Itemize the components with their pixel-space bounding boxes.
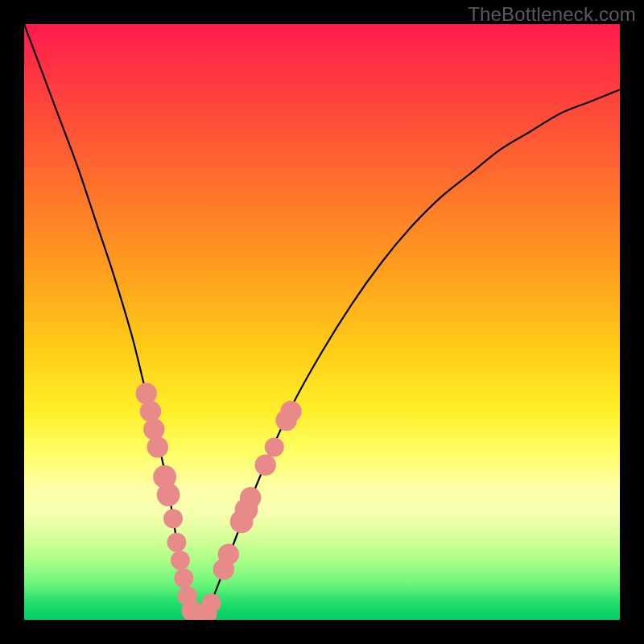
marker-point xyxy=(255,454,276,475)
marker-point xyxy=(167,533,186,552)
marker-point xyxy=(163,509,183,528)
marker-point xyxy=(280,401,301,422)
marker-point xyxy=(171,551,190,570)
marker-point xyxy=(140,401,161,422)
marker-point xyxy=(201,593,221,613)
marker-point xyxy=(147,436,168,457)
marker-point xyxy=(157,483,180,506)
marker-point xyxy=(143,419,164,440)
marker-point xyxy=(218,543,239,564)
marker-point xyxy=(136,383,157,404)
marker-point xyxy=(265,437,284,456)
watermark-text: TheBottleneck.com xyxy=(468,3,636,26)
curve-layer xyxy=(24,24,620,620)
bottleneck-curve xyxy=(24,24,620,620)
chart-frame: TheBottleneck.com xyxy=(0,0,644,644)
marker-point xyxy=(240,487,261,508)
plot-area xyxy=(24,24,620,620)
marker-point xyxy=(174,568,193,588)
